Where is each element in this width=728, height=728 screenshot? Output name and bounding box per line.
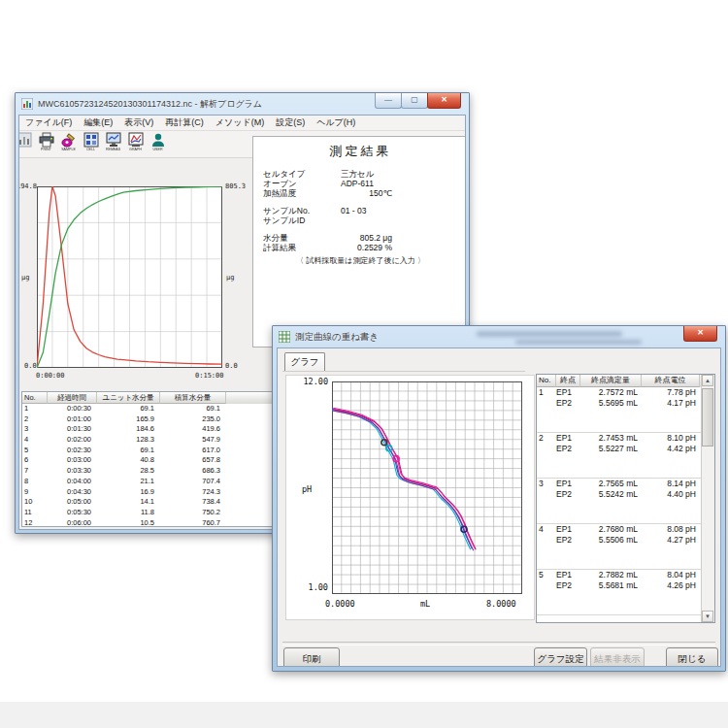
menu-item[interactable]: 表示(V) bbox=[118, 116, 159, 129]
y-left-max-label: 194.8 bbox=[18, 182, 37, 190]
table-cell: 419.6 bbox=[160, 424, 226, 435]
endpoint-volume: 2.7565 mL bbox=[580, 479, 642, 489]
column-header[interactable]: ユニット水分量 bbox=[97, 392, 160, 404]
column-header[interactable]: 経過時間 bbox=[48, 392, 97, 404]
endpoint-potential: 4.17 pH bbox=[642, 398, 698, 409]
menu-item[interactable]: メソッド(M) bbox=[210, 116, 270, 129]
glass-reflection bbox=[477, 331, 622, 337]
endpoint-no bbox=[537, 444, 556, 454]
field-value: ADP-611 bbox=[341, 179, 374, 188]
menu-item[interactable]: 設定(S) bbox=[270, 116, 311, 129]
endpoint-potential: 8.14 pH bbox=[642, 479, 698, 489]
graph-icon[interactable]: GRAPH bbox=[125, 132, 146, 151]
endpoint-group[interactable]: 4EP12.7680 mL8.08 pHEP25.5506 mL4.27 pH bbox=[537, 524, 714, 570]
table-cell: 657.8 bbox=[160, 455, 226, 466]
sample-icon[interactable]: SAMPLE bbox=[58, 132, 79, 151]
drying-plot-area bbox=[37, 186, 222, 368]
table-cell: 8 bbox=[22, 477, 48, 487]
endpoint-volume: 2.7453 mL bbox=[580, 433, 642, 444]
table-cell: 0:05:30 bbox=[48, 508, 97, 518]
field-value: 0.2529 % bbox=[357, 243, 392, 252]
table-cell: 21.1 bbox=[97, 477, 160, 487]
close-button[interactable]: ✕ bbox=[427, 93, 461, 109]
scroll-up-icon[interactable]: ▲ bbox=[702, 375, 713, 386]
menu-bar: ファイル(F)編集(E)表示(V)再計算(C)メソッド(M)設定(S)ヘルプ(H… bbox=[19, 116, 465, 131]
chart-mini-icon[interactable] bbox=[18, 132, 34, 148]
maximize-button[interactable]: ▢ bbox=[401, 93, 428, 109]
table-cell: 0:03:00 bbox=[48, 455, 97, 466]
table-cell: 10 bbox=[22, 497, 48, 508]
menu-item[interactable]: 再計算(C) bbox=[159, 116, 210, 129]
table-cell: 13 bbox=[22, 528, 48, 530]
column-header[interactable]: No. bbox=[22, 392, 48, 404]
tab-graph[interactable]: グラフ bbox=[284, 352, 325, 372]
endpoint-volume: 5.5227 mL bbox=[580, 444, 642, 454]
table-cell: 0:04:00 bbox=[48, 477, 97, 487]
table-cell: 0:06:30 bbox=[48, 528, 97, 530]
minimize-button[interactable]: — bbox=[375, 93, 402, 109]
y-right-min-label: 0.0 bbox=[225, 362, 238, 370]
table-cell: 0:06:00 bbox=[48, 518, 97, 529]
results-row: 計算結果0.2529 % bbox=[263, 243, 466, 252]
remeasure-icon[interactable]: REMEAS bbox=[103, 132, 123, 151]
endpoint-group[interactable]: 1EP12.7572 mL7.78 pHEP25.5695 mL4.17 pH bbox=[537, 387, 714, 433]
table-cell: 69.1 bbox=[97, 446, 160, 456]
overlay-dialog: 測定曲線の重ね書き ✕ グラフ 12.00 1.00 pH 0.0000 mL … bbox=[272, 325, 726, 672]
ph-min-label: 1.00 bbox=[309, 582, 328, 592]
table-cell: 40.8 bbox=[97, 455, 160, 466]
table-cell: 0:05:00 bbox=[48, 497, 97, 508]
hide-results-button[interactable]: 結果非表示 bbox=[590, 647, 645, 667]
dialog-close-button[interactable]: ✕ bbox=[683, 326, 717, 342]
user-icon[interactable]: USER bbox=[148, 132, 168, 151]
table-cell: 686.3 bbox=[160, 466, 226, 477]
endpoint-volume: 5.5681 mL bbox=[580, 580, 642, 591]
scrollbar[interactable]: ▲ ▼ bbox=[701, 375, 714, 622]
endpoint-table: No.終点終点滴定量終点電位 1EP12.7572 mL7.78 pHEP25.… bbox=[536, 374, 715, 623]
table-cell: 0:01:00 bbox=[48, 414, 97, 425]
column-header[interactable]: 終点電位 bbox=[642, 375, 700, 387]
menu-item[interactable]: ファイル(F) bbox=[19, 116, 78, 129]
menu-item[interactable]: 編集(E) bbox=[78, 116, 118, 129]
print-icon[interactable]: PRINT bbox=[36, 132, 56, 151]
endpoint-row: EP25.5506 mL4.27 pH bbox=[537, 535, 714, 546]
y-left-unit-label: μg bbox=[21, 274, 29, 281]
cell-icon[interactable]: CELL bbox=[81, 132, 101, 151]
scroll-down-icon[interactable]: ▼ bbox=[702, 611, 713, 622]
table-cell: 3 bbox=[22, 424, 48, 435]
endpoint-group[interactable]: 2EP12.7453 mL8.10 pHEP25.5227 mL4.42 pH bbox=[537, 433, 714, 479]
column-header[interactable]: 終点滴定量 bbox=[580, 375, 642, 387]
endpoint-name: EP1 bbox=[556, 524, 580, 535]
analysis-titlebar[interactable]: MWC6105723124520130301174312.nc - 解析プログラ… bbox=[16, 93, 469, 115]
endpoint-group[interactable]: 3EP12.7565 mL8.14 pHEP25.5242 mL4.40 pH bbox=[537, 479, 714, 524]
results-row: オーブンADP-611 bbox=[263, 179, 466, 188]
endpoint-group[interactable]: 5EP12.7882 mL8.04 pHEP25.5681 mL4.26 pH bbox=[537, 570, 714, 615]
graph-settings-button[interactable]: グラフ設定 bbox=[534, 647, 587, 667]
endpoint-no: 4 bbox=[537, 524, 556, 535]
results-row: サンプルID bbox=[263, 215, 466, 225]
endpoint-no bbox=[537, 535, 556, 546]
results-row: セルタイプ三方セル bbox=[263, 169, 466, 179]
column-header[interactable]: 積算水分量 bbox=[160, 392, 226, 404]
column-header[interactable]: 終点 bbox=[556, 375, 580, 387]
dialog-icon bbox=[279, 331, 290, 343]
column-header[interactable]: No. bbox=[537, 375, 556, 387]
table-cell: 14.1 bbox=[97, 497, 160, 508]
button-divider bbox=[282, 642, 715, 645]
print-button[interactable]: 印刷 bbox=[283, 647, 340, 667]
endpoint-row: EP25.5681 mL4.26 pH bbox=[537, 580, 714, 591]
table-cell: 10.5 bbox=[97, 518, 160, 529]
glass-reflection bbox=[515, 340, 642, 345]
results-panel: 測定結果 セルタイプ三方セルオーブンADP-611加熱温度150℃サンプルNo.… bbox=[252, 136, 466, 347]
x-axis-label: mL bbox=[420, 599, 430, 609]
page-footer-band bbox=[0, 702, 728, 728]
endpoint-row: EP25.5242 mL4.40 pH bbox=[537, 489, 714, 500]
endpoint-name: EP1 bbox=[556, 433, 580, 444]
scrollbar-thumb[interactable] bbox=[702, 388, 713, 447]
menu-item[interactable]: ヘルプ(H) bbox=[311, 116, 361, 129]
dialog-titlebar[interactable]: 測定曲線の重ね書き ✕ bbox=[273, 326, 725, 347]
dialog-close-action-button[interactable]: 閉じる bbox=[666, 647, 718, 667]
endpoint-potential: 4.42 pH bbox=[642, 444, 698, 454]
table-cell: 7 bbox=[22, 466, 48, 477]
endpoint-row: 2EP12.7453 mL8.10 pH bbox=[537, 433, 714, 444]
results-note: 〈 試料採取量は測定終了後に入力 〉 bbox=[253, 255, 466, 266]
